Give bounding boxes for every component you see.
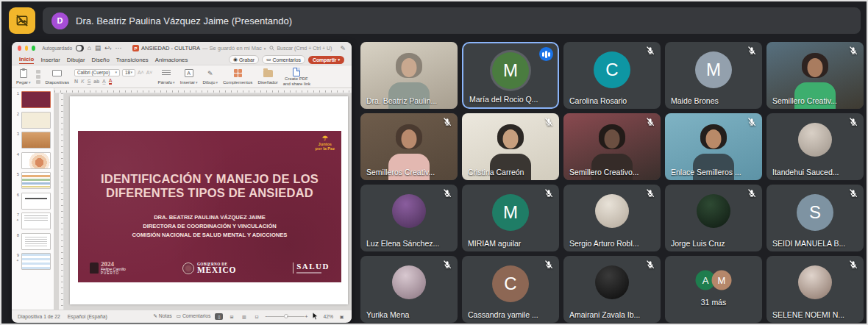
pen-share-icon[interactable]: ✎ bbox=[340, 45, 346, 52]
participant-name: SEIDI MANUELA B... bbox=[772, 239, 859, 248]
participant-tile[interactable]: Semillero Creativ... bbox=[766, 42, 864, 109]
participant-tile[interactable]: SELENE NOEMI N... bbox=[766, 256, 864, 323]
felipe-carrillo-logo: 2024 Felipe Carrillo PUERTO bbox=[90, 261, 126, 276]
mic-muted-icon bbox=[848, 260, 858, 270]
reading-view-button[interactable]: ▥ bbox=[240, 313, 248, 320]
language-indicator[interactable]: Español (España) bbox=[68, 314, 107, 319]
participant-tile[interactable]: CCassandra yamile ... bbox=[462, 256, 559, 323]
slide-thumbnail-4[interactable]: 4 bbox=[13, 152, 51, 169]
tab-transiciones[interactable]: Transiciones bbox=[116, 56, 149, 64]
zoom-window-button[interactable] bbox=[32, 46, 35, 51]
comments-button[interactable]: ▭Comentarios bbox=[262, 55, 305, 64]
normal-view-button[interactable]: ▯ bbox=[215, 313, 223, 320]
participant-tile[interactable]: Itandehui Sauced... bbox=[766, 113, 864, 180]
doc-title-text: ANSIEDAD - CULTURA bbox=[141, 45, 200, 51]
search-field[interactable]: Buscar (Cmd + Ctrl + U) bbox=[269, 46, 332, 51]
insert-group[interactable]: A Insertar▾ bbox=[180, 67, 198, 86]
comment-icon: ▭ bbox=[266, 57, 271, 63]
slide-thumbnail-8[interactable]: 8 bbox=[13, 233, 51, 250]
home-icon[interactable]: ⌂ bbox=[88, 45, 91, 51]
slide-thumbnail-panel: 1234567✦89✦ bbox=[12, 88, 54, 310]
create-pdf-group[interactable]: Create PDF and share link bbox=[283, 67, 310, 86]
underline-button[interactable]: S bbox=[88, 79, 91, 84]
strikethrough-button[interactable]: ab bbox=[93, 79, 99, 84]
clipboard-mini-buttons[interactable] bbox=[36, 67, 40, 86]
thumbnail-number: 4 bbox=[13, 152, 19, 157]
slide-thumbnail-9[interactable]: 9✦ bbox=[13, 253, 51, 270]
participant-tile[interactable]: Semillero Creativo... bbox=[563, 113, 661, 180]
participant-tile[interactable]: Sergio Arturo Robl... bbox=[563, 185, 661, 251]
draw-group[interactable]: ✎ Dibujo▾ bbox=[202, 67, 218, 86]
slide-thumbnail-3[interactable]: 3 bbox=[13, 132, 51, 149]
slide-thumbnail-5[interactable]: 5 bbox=[13, 172, 51, 189]
portrait-image bbox=[90, 262, 99, 274]
more-icon[interactable]: ⋯ bbox=[115, 45, 122, 51]
addins-group[interactable]: Complementos bbox=[223, 67, 252, 86]
participant-tile[interactable]: AM31 más bbox=[665, 256, 762, 323]
grow-font-button[interactable]: A˄ bbox=[138, 70, 144, 75]
paragraph-group[interactable]: Párrafo▾ bbox=[157, 67, 174, 86]
participant-tile[interactable]: Luz Elena Sánchez... bbox=[360, 185, 458, 251]
participant-tile[interactable]: MMaide Brones bbox=[665, 42, 762, 109]
slide-sorter-view-button[interactable]: ⊞ bbox=[227, 313, 235, 320]
slide-thumbnail-7[interactable]: 7✦ bbox=[13, 213, 51, 229]
avatar bbox=[798, 123, 832, 157]
participant-tile[interactable]: Semilleros Creativ... bbox=[360, 113, 458, 180]
thumbnail-number: 8 bbox=[13, 233, 19, 238]
comments-statusbar-button[interactable]: ▭ Comentarios bbox=[177, 313, 211, 319]
italic-button[interactable]: K bbox=[81, 79, 85, 84]
participant-tile[interactable]: Cristina Carreón bbox=[462, 113, 559, 180]
participant-tile[interactable]: MMIRIAM aguilar bbox=[462, 185, 559, 251]
participant-tile[interactable]: Dra. Beatriz Paulin... bbox=[360, 42, 458, 109]
font-color-button[interactable]: A bbox=[109, 78, 113, 85]
paste-icon bbox=[20, 69, 27, 78]
avatar: C bbox=[594, 51, 630, 88]
camera-off-button[interactable] bbox=[9, 7, 35, 34]
participant-tile[interactable]: Enlace Semilleros ... bbox=[665, 113, 762, 180]
participant-name: Semillero Creativ... bbox=[772, 96, 859, 105]
font-name-select[interactable]: Calibri (Cuerpo)▾ bbox=[74, 69, 120, 76]
avatar bbox=[595, 265, 629, 299]
participant-name: SELENE NOEMI N... bbox=[772, 310, 859, 319]
close-window-button[interactable] bbox=[18, 46, 21, 51]
participant-tile[interactable]: SSEIDI MANUELA B... bbox=[766, 185, 864, 251]
minimize-window-button[interactable] bbox=[25, 46, 29, 51]
print-icon[interactable]: ▤ bbox=[95, 45, 101, 51]
thumbnail-number: 9✦ bbox=[13, 253, 19, 262]
tab-inicio[interactable]: Inicio bbox=[19, 55, 34, 64]
slide-thumbnail-2[interactable]: 2 bbox=[13, 112, 51, 129]
slideshow-button[interactable]: ⊡ bbox=[252, 313, 260, 320]
notes-button[interactable]: ✎ Notas bbox=[153, 313, 171, 319]
slides-group[interactable]: Diapositivas bbox=[46, 67, 69, 86]
slide-thumbnail-6[interactable]: 6 bbox=[13, 193, 51, 210]
tab-insertar[interactable]: Insertar bbox=[40, 56, 60, 64]
share-button[interactable]: Compartir▾ bbox=[308, 56, 344, 64]
participant-tile[interactable]: Amairani Zavala Ib... bbox=[563, 256, 661, 323]
tab-dibujar[interactable]: Dibujar bbox=[67, 56, 85, 64]
participant-tile[interactable]: Jorge Luis Cruz bbox=[665, 185, 762, 251]
tab-animaciones[interactable]: Animaciones bbox=[155, 56, 188, 64]
highlight-button[interactable]: A̲ bbox=[102, 79, 106, 84]
participant-name: Yurika Mena bbox=[366, 310, 453, 319]
tab-diseño[interactable]: Diseño bbox=[92, 56, 110, 64]
autosave-toggle[interactable] bbox=[76, 45, 84, 51]
zoom-in-icon[interactable]: + bbox=[305, 314, 307, 319]
paste-group[interactable]: Pegar▾ bbox=[16, 67, 31, 86]
zoom-slider[interactable]: − + bbox=[265, 314, 307, 319]
shrink-font-button[interactable]: A˅ bbox=[146, 70, 153, 75]
doc-title-chevron-icon[interactable]: ▾ bbox=[264, 46, 266, 51]
designer-group[interactable]: Diseñador bbox=[257, 67, 277, 86]
fit-slide-button[interactable]: ▣ bbox=[338, 313, 346, 320]
undo-icon[interactable]: ↩▾ bbox=[104, 45, 112, 51]
ppt-body: 1234567✦89✦ ☂ Juntos por la Paz bbox=[12, 88, 352, 310]
slide-page[interactable]: ☂ Juntos por la Paz IDENTIFICACIÓN Y MAN… bbox=[70, 96, 348, 304]
animation-star-icon: ✦ bbox=[13, 258, 19, 262]
participant-tile[interactable]: CCarolina Rosario bbox=[563, 42, 661, 109]
slide-thumbnail-1[interactable]: 1 bbox=[13, 91, 51, 108]
font-size-select[interactable]: 18▾ bbox=[122, 69, 135, 76]
participant-tile[interactable]: MMaría del Rocio Q... bbox=[462, 42, 559, 109]
bold-button[interactable]: N bbox=[74, 79, 78, 84]
record-button[interactable]: ◉Grabar bbox=[229, 55, 259, 64]
participant-tile[interactable]: Yurika Mena bbox=[360, 256, 458, 323]
horizontal-ruler bbox=[54, 88, 352, 93]
